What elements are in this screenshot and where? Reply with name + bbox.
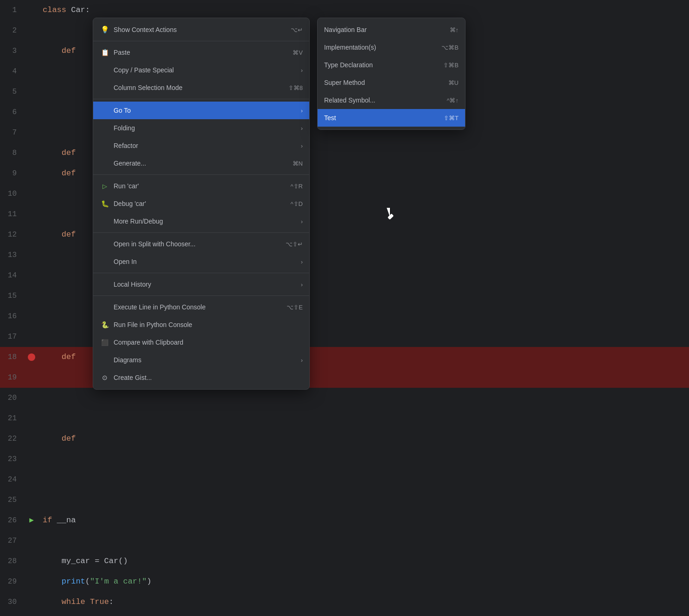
submenu-item-test[interactable]: Test ⇧⌘T <box>318 109 465 127</box>
separator-3 <box>93 174 309 175</box>
menu-item-execute-line-label: Execute Line in Python Console <box>114 303 279 311</box>
separator-5 <box>93 273 309 273</box>
chevron-right-refactor-icon: › <box>301 142 303 149</box>
submenu-item-related-symbol[interactable]: Related Symbol... ^⌘↑ <box>318 91 465 109</box>
menu-item-run-car-label: Run 'car' <box>114 182 283 190</box>
separator-4 <box>93 232 309 233</box>
github-icon: ⊙ <box>100 374 110 381</box>
menu-item-show-context-actions[interactable]: 💡 Show Context Actions ⌥↵ <box>93 21 309 38</box>
separator-2 <box>93 99 309 99</box>
code-line-24: 24 <box>0 469 689 490</box>
submenu-item-implementations[interactable]: Implementation(s) ⌥⌘B <box>318 38 465 56</box>
menu-item-debug-car-label: Debug 'car' <box>114 200 283 207</box>
menu-item-go-to-label: Go To <box>114 107 297 114</box>
submenu-item-implementations-shortcut: ⌥⌘B <box>441 44 459 51</box>
menu-item-create-gist-label: Create Gist... <box>114 374 303 381</box>
chevron-right-diagrams-icon: › <box>301 357 303 364</box>
code-line-26: 26 ▶ if __na <box>0 510 689 531</box>
chevron-right-more-run-icon: › <box>301 218 303 225</box>
menu-item-column-selection-label: Column Selection Mode <box>114 84 281 91</box>
menu-item-compare-clipboard[interactable]: ⬛ Compare with Clipboard <box>93 334 309 351</box>
menu-item-refactor-label: Refactor <box>114 142 297 149</box>
code-line-27: 27 <box>0 531 689 551</box>
chevron-right-icon: › <box>301 67 303 74</box>
menu-item-debug-car[interactable]: 🐛 Debug 'car' ^⇧D <box>93 195 309 212</box>
run-icon: ▷ <box>100 183 110 190</box>
menu-item-column-selection-shortcut: ⇧⌘8 <box>288 84 303 91</box>
chevron-right-local-history-icon: › <box>301 281 303 288</box>
code-line-20: 20 <box>0 388 689 408</box>
menu-item-open-split-label: Open in Split with Chooser... <box>114 240 278 248</box>
menu-item-column-selection[interactable]: Column Selection Mode ⇧⌘8 <box>93 79 309 96</box>
submenu-item-test-shortcut: ⇧⌘T <box>444 115 459 122</box>
submenu-item-test-label: Test <box>324 114 436 122</box>
menu-item-run-car[interactable]: ▷ Run 'car' ^⇧R <box>93 177 309 195</box>
context-menu: 💡 Show Context Actions ⌥↵ 📋 Paste ⌘V Cop… <box>93 18 310 390</box>
submenu-item-related-symbol-shortcut: ^⌘↑ <box>447 97 459 104</box>
breakpoint-icon <box>28 353 35 361</box>
menu-item-open-split[interactable]: Open in Split with Chooser... ⌥⇧↵ <box>93 235 309 253</box>
debug-icon: 🐛 <box>100 200 110 207</box>
menu-item-go-to[interactable]: Go To › <box>93 102 309 119</box>
compare-icon: ⬛ <box>100 339 110 346</box>
run-arrow-icon: ▶ <box>29 510 34 531</box>
menu-item-generate-label: Generate... <box>114 160 285 167</box>
code-line-25: 25 <box>0 490 689 510</box>
menu-item-local-history-label: Local History <box>114 281 297 288</box>
menu-item-diagrams-label: Diagrams <box>114 356 297 364</box>
menu-item-open-in[interactable]: Open In › <box>93 253 309 270</box>
menu-item-more-run-debug-label: More Run/Debug <box>114 218 297 225</box>
submenu-item-implementations-label: Implementation(s) <box>324 44 434 51</box>
python-icon: 🐍 <box>100 321 110 328</box>
menu-item-execute-line-shortcut: ⌥⇧E <box>287 304 303 311</box>
lightbulb-icon: 💡 <box>100 26 110 34</box>
menu-item-run-car-shortcut: ^⇧R <box>291 183 303 190</box>
menu-item-paste-label: Paste <box>114 49 285 56</box>
menu-item-generate-shortcut: ⌘N <box>293 160 303 167</box>
menu-item-run-file-python-label: Run File in Python Console <box>114 321 303 328</box>
submenu-item-super-method-label: Super Method <box>324 79 441 86</box>
menu-item-folding-label: Folding <box>114 124 297 132</box>
submenu-item-type-declaration-shortcut: ⇧⌘B <box>443 62 459 69</box>
chevron-right-folding-icon: › <box>301 125 303 132</box>
submenu-item-navigation-bar-shortcut: ⌘↑ <box>450 26 459 33</box>
menu-item-paste-shortcut: ⌘V <box>293 49 303 56</box>
menu-item-generate[interactable]: Generate... ⌘N <box>93 154 309 172</box>
menu-item-copy-paste-special-label: Copy / Paste Special <box>114 66 297 74</box>
separator-6 <box>93 295 309 296</box>
submenu-item-navigation-bar[interactable]: Navigation Bar ⌘↑ <box>318 21 465 38</box>
code-line-21: 21 <box>0 408 689 429</box>
menu-item-local-history[interactable]: Local History › <box>93 276 309 293</box>
code-line-28: 28 my_car = Car() <box>0 551 689 571</box>
submenu-item-type-declaration[interactable]: Type Declaration ⇧⌘B <box>318 56 465 74</box>
menu-item-show-context-actions-shortcut: ⌥↵ <box>291 26 303 33</box>
menu-item-create-gist[interactable]: ⊙ Create Gist... <box>93 369 309 386</box>
menu-item-diagrams[interactable]: Diagrams › <box>93 351 309 369</box>
menu-item-more-run-debug[interactable]: More Run/Debug › <box>93 212 309 230</box>
submenu-go-to: Navigation Bar ⌘↑ Implementation(s) ⌥⌘B … <box>317 18 466 130</box>
submenu-item-related-symbol-label: Related Symbol... <box>324 96 439 104</box>
menu-item-paste[interactable]: 📋 Paste ⌘V <box>93 44 309 61</box>
menu-item-open-in-label: Open In <box>114 258 297 265</box>
clipboard-icon: 📋 <box>100 49 110 56</box>
menu-item-show-context-actions-label: Show Context Actions <box>114 26 283 33</box>
chevron-right-open-in-icon: › <box>301 258 303 265</box>
menu-item-run-file-python[interactable]: 🐍 Run File in Python Console <box>93 316 309 334</box>
menu-item-refactor[interactable]: Refactor › <box>93 137 309 154</box>
menu-item-copy-paste-special[interactable]: Copy / Paste Special › <box>93 61 309 79</box>
menu-item-debug-car-shortcut: ^⇧D <box>291 200 303 207</box>
menu-item-execute-line[interactable]: Execute Line in Python Console ⌥⇧E <box>93 298 309 316</box>
code-line-22: 22 def <box>0 429 689 449</box>
menu-item-open-split-shortcut: ⌥⇧↵ <box>286 241 303 248</box>
separator-1 <box>93 41 309 41</box>
submenu-item-type-declaration-label: Type Declaration <box>324 61 436 69</box>
submenu-item-super-method-shortcut: ⌘U <box>448 79 459 86</box>
code-line-30: 30 while True: <box>0 592 689 612</box>
submenu-item-super-method[interactable]: Super Method ⌘U <box>318 74 465 91</box>
menu-item-compare-clipboard-label: Compare with Clipboard <box>114 339 303 346</box>
menu-item-folding[interactable]: Folding › <box>93 119 309 137</box>
code-line-29: 29 print("I'm a car!") <box>0 571 689 592</box>
submenu-item-navigation-bar-label: Navigation Bar <box>324 26 442 33</box>
chevron-right-go-to-icon: › <box>301 107 303 114</box>
code-line-23: 23 <box>0 449 689 469</box>
